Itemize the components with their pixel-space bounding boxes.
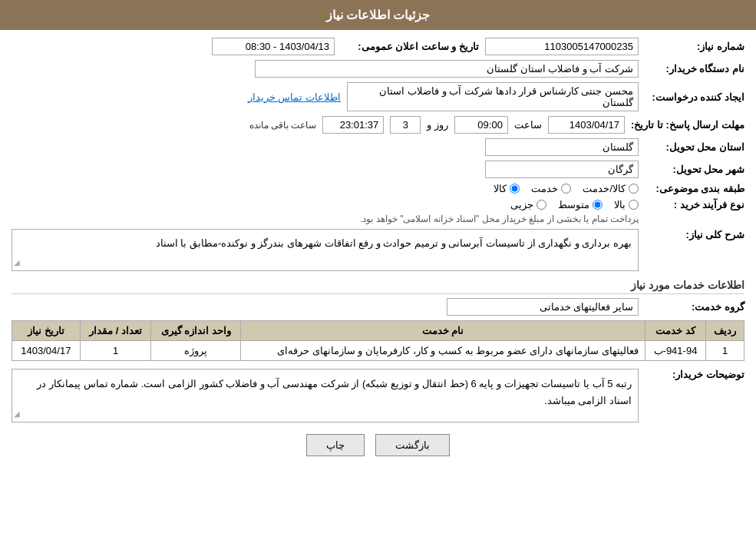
cell-code: 941-94-ب (645, 341, 706, 361)
category-label-khedmat: خدمت (531, 183, 558, 194)
category-radio-group: کالا/خدمت خدمت کالا (494, 183, 639, 194)
announcement-label: تاریخ و ساعت اعلان عمومی: (341, 41, 479, 52)
deadline-remaining-label: ساعت باقی مانده (249, 120, 317, 131)
col-header-quantity: تعداد / مقدار (80, 321, 151, 341)
category-option-kala[interactable]: کالا (494, 183, 520, 194)
cell-quantity: 1 (80, 341, 151, 361)
process-radio-bala[interactable] (629, 200, 639, 210)
buyer-org-value: شرکت آب و فاضلاب استان گلستان (255, 60, 639, 78)
need-desc-label: شرح کلی نیاز: (645, 229, 744, 240)
services-table: ردیف کد خدمت نام خدمت واحد اندازه گیری ت… (12, 320, 744, 361)
deadline-time: 09:00 (454, 116, 508, 134)
cell-unit: پروژه (151, 341, 241, 361)
announcement-value: 1403/04/13 - 08:30 (212, 38, 335, 55)
process-option-jozi[interactable]: جزیی (510, 199, 546, 210)
process-label-motavasset: متوسط (558, 199, 589, 210)
col-header-date: تاریخ نیاز (12, 321, 81, 341)
province-value: گلستان (485, 138, 639, 156)
category-label-kala-khedmat: کالا/خدمت (583, 183, 626, 194)
page-title: جزئیات اطلاعات نیاز (326, 8, 431, 22)
col-header-code: کد خدمت (645, 321, 706, 341)
buyer-notes-box: رتبه 5 آب یا تاسیسات تجهیزات و پایه 6 (خ… (12, 369, 639, 422)
process-radio-motavasset[interactable] (593, 200, 602, 210)
category-option-kala-khedmat[interactable]: کالا/خدمت (583, 183, 639, 194)
print-button[interactable]: چاپ (306, 434, 365, 456)
buyer-org-label: نام دستگاه خریدار: (645, 63, 744, 75)
creator-link[interactable]: اطلاعات تماس خریدار (248, 91, 341, 103)
deadline-time-label: ساعت (514, 119, 542, 131)
deadline-label: مهلت ارسال پاسخ: تا تاریخ: (631, 119, 744, 131)
process-label: نوع فرآیند خرید : (645, 199, 744, 210)
process-option-motavasset[interactable]: متوسط (558, 199, 602, 210)
table-row: 1 941-94-ب فعالیتهای سازمانهای دارای عضو… (12, 341, 744, 361)
category-label: طبقه بندی موضوعی: (645, 183, 744, 194)
buyer-notes-label: توضیحات خریدار: (645, 369, 744, 380)
back-button[interactable]: بازگشت (375, 434, 450, 456)
col-header-name: نام خدمت (241, 321, 645, 341)
category-radio-kala[interactable] (510, 184, 520, 194)
deadline-remaining: 23:01:37 (322, 116, 384, 134)
creator-value: محسن جنتی کارشناس قرار دادها شرکت آب و ف… (347, 82, 639, 111)
need-number-label: شماره نیاز: (645, 41, 744, 52)
city-value: گرگان (485, 161, 639, 178)
services-section-title: اطلاعات خدمات مورد نیاز (12, 279, 744, 294)
col-header-row: ردیف (706, 321, 744, 341)
process-label-jozi: جزیی (510, 199, 533, 210)
category-radio-khedmat[interactable] (561, 184, 571, 194)
process-label-bala: بالا (614, 199, 626, 210)
process-radio-jozi[interactable] (536, 200, 546, 210)
service-group-value: سایر فعالیتهای خدماتی (447, 298, 639, 316)
process-radio-group: بالا متوسط جزیی (360, 199, 639, 210)
need-desc-value: بهره برداری و نگهداری از تاسیسات آبرسانی… (156, 237, 632, 249)
buyer-notes-value: رتبه 5 آب یا تاسیسات تجهیزات و پایه 6 (خ… (37, 378, 632, 406)
service-group-label: گروه خدمت: (645, 301, 744, 313)
need-number-value: 1103005147000235 (485, 38, 639, 55)
process-note: پرداخت تمام یا بخشی از مبلغ خریداز محل "… (360, 214, 639, 224)
category-radio-kala-khedmat[interactable] (629, 184, 639, 194)
cell-row: 1 (706, 341, 744, 361)
deadline-days: 3 (390, 116, 421, 134)
deadline-date: 1403/04/17 (548, 116, 625, 134)
page-header: جزئیات اطلاعات نیاز (0, 0, 756, 30)
need-desc-box: بهره برداری و نگهداری از تاسیسات آبرسانی… (12, 229, 639, 271)
resize-icon-notes: ◢ (14, 407, 20, 420)
resize-icon: ◢ (14, 257, 20, 269)
category-label-kala: کالا (494, 183, 507, 194)
col-header-unit: واحد اندازه گیری (151, 321, 241, 341)
creator-label: ایجاد کننده درخواست: (645, 91, 744, 103)
cell-date: 1403/04/17 (12, 341, 81, 361)
category-option-khedmat[interactable]: خدمت (531, 183, 571, 194)
cell-name: فعالیتهای سازمانهای دارای عضو مربوط به ک… (241, 341, 645, 361)
process-option-bala[interactable]: بالا (614, 199, 639, 210)
city-label: شهر محل تحویل: (645, 164, 744, 175)
deadline-days-label: روز و (427, 119, 448, 131)
province-label: استان محل تحویل: (645, 141, 744, 153)
buttons-row: بازگشت چاپ (12, 434, 744, 456)
